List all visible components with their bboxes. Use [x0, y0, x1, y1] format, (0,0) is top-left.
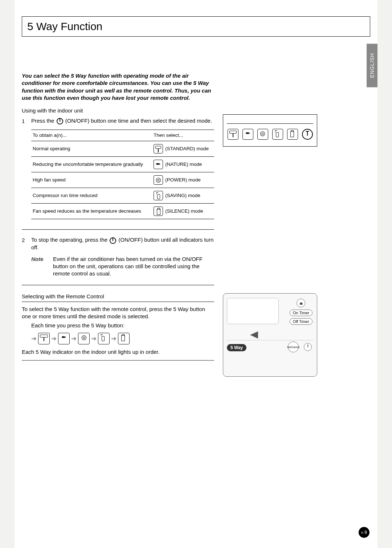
- power-icon: [304, 343, 312, 351]
- table-row: High fan speed (POWER) mode: [31, 172, 214, 188]
- section2-footer: Each 5 Way indicator on the indoor unit …: [22, 349, 214, 355]
- power-mode-icon: [154, 175, 163, 185]
- separator: [22, 302, 214, 302]
- separator: [22, 285, 214, 285]
- table-row: Reducing the uncomfortable temperature g…: [31, 157, 214, 172]
- nature-icon: [154, 160, 163, 169]
- section2-title: Selecting with the Remote Control: [22, 293, 214, 299]
- power-icon: [302, 129, 313, 140]
- intro-paragraph: You can select the 5 Way function with o…: [22, 72, 214, 102]
- standard-icon: [154, 144, 163, 154]
- step-number: 1: [22, 117, 31, 219]
- standard-icon: [228, 129, 238, 140]
- saving-icon: [272, 129, 283, 140]
- table-row: Normal operating (STANDARD) mode: [31, 141, 214, 157]
- separator: [22, 229, 214, 230]
- separator: [22, 360, 214, 361]
- saving-icon: [154, 191, 163, 200]
- power-icon: [110, 237, 116, 244]
- table-col1: To obtain a(n)...: [31, 130, 152, 141]
- power-mode-icon: [257, 129, 268, 140]
- arrow-icon: ➔: [111, 335, 117, 343]
- remote-control-diagram: ⏏ On Timer Off Timer 5 Way Set/Cancel: [223, 293, 317, 377]
- off-timer-button: Off Timer: [290, 318, 313, 325]
- section2-subtitle: Each time you press the 5 Way button:: [31, 322, 214, 328]
- mode-table: To obtain a(n)... Then select... Normal …: [31, 130, 214, 219]
- table-row: Compressor run time reduced (SAVING) mod…: [31, 188, 214, 204]
- mode-cycle-diagram: ➔ ➔ ➔ ➔ ➔: [31, 333, 214, 344]
- silence-icon: [287, 129, 298, 140]
- table-row: Fan speed reduces as the temperature dec…: [31, 204, 214, 219]
- step1-body: Press the (ON/OFF) button one time and t…: [31, 117, 214, 219]
- language-tab: ENGLISH: [367, 44, 377, 87]
- eject-icon: ⏏: [297, 299, 305, 307]
- nature-icon: [242, 129, 253, 140]
- note-body: Even if the air conditioner has been tur…: [53, 255, 214, 278]
- step-number: 2: [22, 236, 31, 277]
- set-cancel-button: Set/Cancel: [288, 342, 299, 352]
- section1-title: Using with the indoor unit: [22, 107, 214, 114]
- pointer-arrow-icon: [250, 331, 258, 339]
- note-label: Note: [31, 255, 53, 278]
- indoor-unit-panel: [223, 114, 317, 147]
- remote-screen: [227, 298, 279, 324]
- standard-icon: [38, 333, 50, 344]
- arrow-icon: ➔: [51, 335, 57, 343]
- on-timer-button: On Timer: [290, 310, 313, 316]
- saving-icon: [98, 333, 110, 344]
- table-col2: Then select...: [152, 130, 214, 141]
- arrow-icon: ➔: [71, 335, 77, 343]
- silence-icon: [118, 333, 130, 344]
- page-number: E-9: [359, 527, 369, 538]
- silence-icon: [154, 206, 163, 216]
- arrow-icon: ➔: [91, 335, 97, 343]
- power-icon: [57, 118, 63, 124]
- nature-icon: [58, 333, 70, 344]
- power-mode-icon: [78, 333, 90, 344]
- step2-body: To stop the operating, press the (ON/OFF…: [31, 236, 214, 277]
- section2-body: To select the 5 Way function with the re…: [22, 306, 214, 320]
- page-title: 5 Way Function: [27, 20, 365, 33]
- five-way-button: 5 Way: [227, 344, 246, 351]
- page-header: 5 Way Function: [22, 16, 370, 37]
- arrow-icon: ➔: [31, 335, 37, 343]
